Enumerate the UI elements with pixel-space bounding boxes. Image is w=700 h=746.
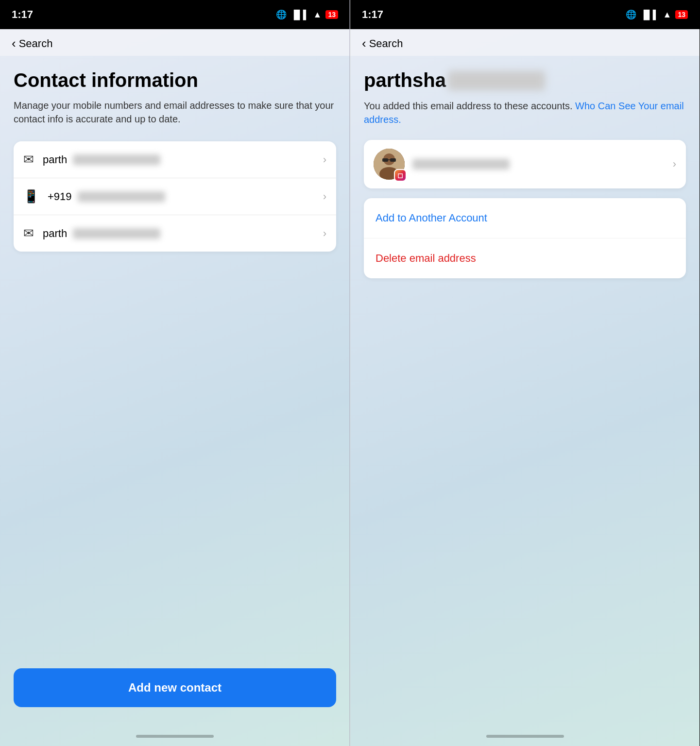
right-panel: 1:17 🌐 ▐▌▌ ▲ 13 ‹ Search parthsha You ad… [350, 0, 700, 746]
chevron-left-icon-right: ‹ [362, 36, 366, 51]
home-bar-right [486, 735, 564, 738]
page-subtitle-left: Manage your mobile numbers and email add… [14, 99, 336, 126]
phone-text: +919 [48, 190, 72, 203]
username-blurred [448, 71, 545, 90]
nav-bar-left: ‹ Search [0, 29, 350, 56]
home-bar-left [136, 735, 214, 738]
chevron-left-icon-left: ‹ [12, 36, 16, 51]
chevron-right-icon-1: › [323, 153, 326, 166]
phone-icon: 📱 [23, 189, 39, 204]
account-name-blur [412, 159, 510, 170]
email-text-2: parth [43, 227, 67, 240]
back-button-left[interactable]: ‹ Search [12, 36, 338, 51]
chevron-right-icon-3: › [323, 227, 326, 240]
avatar-wrap: ◻ [374, 149, 405, 180]
email-description: You added this email address to these ac… [364, 99, 686, 126]
email-icon-1: ✉ [23, 152, 34, 167]
contact-row-email1[interactable]: ✉ parth › [14, 141, 336, 178]
status-icons-right: 🌐 ▐▌▌ ▲ 13 [626, 9, 688, 20]
contact-row-email2[interactable]: ✉ parth › [14, 215, 336, 252]
email-icon-2: ✉ [23, 226, 34, 241]
signal-icon-left: ▐▌▌ [290, 10, 309, 20]
right-content: parthsha You added this email address to… [350, 56, 700, 727]
chevron-right-icon-2: › [323, 190, 326, 203]
status-bar-left: 1:17 🌐 ▐▌▌ ▲ 13 [0, 0, 350, 29]
action-card: Add to Another Account Delete email addr… [364, 198, 686, 278]
signal-icon-right: ▐▌▌ [640, 10, 659, 20]
contact-row-phone[interactable]: 📱 +919 › [14, 178, 336, 215]
instagram-icon: ◻ [397, 171, 403, 179]
contact-text-2: +919 [48, 190, 314, 203]
left-content: Contact information Manage your mobile n… [0, 56, 350, 655]
contact-list: ✉ parth › 📱 +919 › ✉ parth [14, 141, 336, 252]
nav-bar-right: ‹ Search [350, 29, 700, 56]
home-indicator-left [0, 727, 350, 746]
home-indicator-right [350, 727, 700, 746]
username-prefix: parthsha [364, 69, 446, 91]
back-label-right: Search [369, 37, 403, 50]
globe-icon-right: 🌐 [626, 9, 636, 20]
add-contact-button[interactable]: Add new contact [14, 668, 336, 707]
delete-email-button[interactable]: Delete email address [364, 238, 686, 278]
wifi-icon-left: ▲ [313, 10, 322, 20]
username-title: parthsha [364, 69, 686, 91]
wifi-icon-right: ▲ [663, 10, 672, 20]
svg-rect-4 [390, 158, 396, 162]
time-left: 1:17 [12, 8, 33, 21]
email-text-1: parth [43, 153, 67, 166]
email-blurred-1 [73, 154, 160, 165]
desc-text: You added this email address to these ac… [364, 101, 575, 111]
globe-icon-left: 🌐 [276, 9, 287, 20]
left-panel: 1:17 🌐 ▐▌▌ ▲ 13 ‹ Search Contact informa… [0, 0, 350, 746]
status-icons-left: 🌐 ▐▌▌ ▲ 13 [276, 9, 338, 20]
contact-text-3: parth [43, 227, 314, 240]
instagram-badge: ◻ [394, 169, 407, 182]
notification-badge-left: 13 [325, 10, 338, 19]
back-button-right[interactable]: ‹ Search [362, 36, 688, 51]
svg-rect-3 [382, 158, 388, 162]
notification-badge-right: 13 [675, 10, 688, 19]
account-row[interactable]: ◻ › [364, 140, 686, 188]
status-bar-right: 1:17 🌐 ▐▌▌ ▲ 13 [350, 0, 700, 29]
account-name [412, 159, 665, 170]
phone-blurred [78, 191, 165, 202]
account-chevron-right: › [673, 158, 676, 170]
email-blurred-2 [73, 228, 160, 239]
page-title-left: Contact information [14, 69, 336, 91]
contact-text-1: parth [43, 153, 314, 166]
time-right: 1:17 [362, 8, 383, 21]
account-card: ◻ › [364, 140, 686, 188]
add-to-another-button[interactable]: Add to Another Account [364, 198, 686, 238]
back-label-left: Search [19, 37, 53, 50]
